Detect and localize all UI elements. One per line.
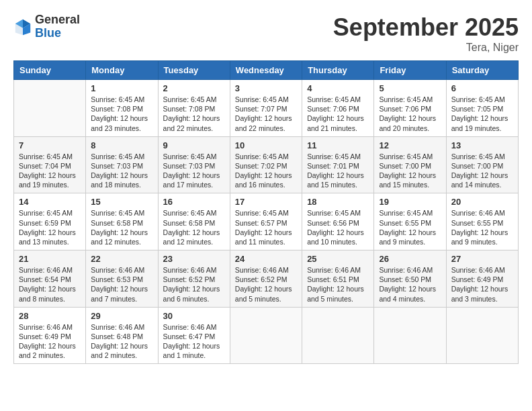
day-info: Sunrise: 6:45 AM Sunset: 7:00 PM Dayligh… [451,152,513,190]
day-info: Sunrise: 6:46 AM Sunset: 6:52 PM Dayligh… [163,265,225,304]
day-info: Sunrise: 6:46 AM Sunset: 6:49 PM Dayligh… [451,265,513,304]
calendar-week-row: 21Sunrise: 6:46 AM Sunset: 6:54 PM Dayli… [14,250,519,308]
day-info: Sunrise: 6:46 AM Sunset: 6:48 PM Dayligh… [91,322,152,361]
calendar-day-cell: 12Sunrise: 6:45 AM Sunset: 7:00 PM Dayli… [374,136,446,193]
day-info: Sunrise: 6:45 AM Sunset: 7:02 PM Dayligh… [235,152,297,190]
calendar-day-cell: 15Sunrise: 6:45 AM Sunset: 6:58 PM Dayli… [86,193,158,250]
day-of-week-header: Thursday [302,61,374,80]
day-info: Sunrise: 6:45 AM Sunset: 6:59 PM Dayligh… [19,208,81,246]
logo-general: General [35,13,80,27]
day-info: Sunrise: 6:45 AM Sunset: 7:05 PM Dayligh… [451,95,513,133]
calendar-week-row: 28Sunrise: 6:46 AM Sunset: 6:49 PM Dayli… [14,307,519,364]
calendar-day-cell: 22Sunrise: 6:46 AM Sunset: 6:53 PM Dayli… [86,250,158,308]
logo-icon [13,17,32,36]
location-title: Tera, Niger [333,42,519,54]
day-number: 17 [235,197,297,207]
day-number: 15 [91,197,152,207]
day-of-week-header: Tuesday [158,61,230,80]
calendar-day-cell: 28Sunrise: 6:46 AM Sunset: 6:49 PM Dayli… [14,307,86,364]
day-of-week-header: Friday [374,61,446,80]
day-number: 10 [235,140,297,150]
calendar-day-cell: 2Sunrise: 6:45 AM Sunset: 7:08 PM Daylig… [158,80,230,137]
calendar-day-cell: 4Sunrise: 6:45 AM Sunset: 7:06 PM Daylig… [302,80,374,137]
calendar-day-cell: 11Sunrise: 6:45 AM Sunset: 7:01 PM Dayli… [302,136,374,193]
day-info: Sunrise: 6:45 AM Sunset: 7:03 PM Dayligh… [91,152,152,190]
day-info: Sunrise: 6:45 AM Sunset: 7:03 PM Dayligh… [163,152,225,190]
day-info: Sunrise: 6:45 AM Sunset: 6:56 PM Dayligh… [307,208,369,246]
calendar-day-cell: 5Sunrise: 6:45 AM Sunset: 7:06 PM Daylig… [374,80,446,137]
calendar-day-cell: 17Sunrise: 6:45 AM Sunset: 6:57 PM Dayli… [230,193,302,250]
day-number: 6 [451,83,513,93]
page-header: General Blue September 2025 Tera, Niger [13,13,519,54]
day-number: 25 [307,254,369,264]
calendar-day-cell: 29Sunrise: 6:46 AM Sunset: 6:48 PM Dayli… [86,307,158,364]
day-number: 22 [91,254,152,264]
calendar-day-cell [14,80,86,137]
day-number: 3 [235,83,297,93]
calendar-day-cell [302,307,374,364]
day-number: 1 [91,83,152,93]
calendar-day-cell: 1Sunrise: 6:45 AM Sunset: 7:08 PM Daylig… [86,80,158,137]
calendar-day-cell: 21Sunrise: 6:46 AM Sunset: 6:54 PM Dayli… [14,250,86,308]
day-info: Sunrise: 6:45 AM Sunset: 7:00 PM Dayligh… [379,152,441,190]
calendar-day-cell: 18Sunrise: 6:45 AM Sunset: 6:56 PM Dayli… [302,193,374,250]
day-number: 4 [307,83,369,93]
logo-blue: Blue [35,27,80,40]
calendar-day-cell: 3Sunrise: 6:45 AM Sunset: 7:07 PM Daylig… [230,80,302,137]
day-number: 26 [379,254,441,264]
day-of-week-header: Monday [86,61,158,80]
day-number: 28 [19,311,81,321]
calendar-day-cell [230,307,302,364]
calendar-day-cell: 26Sunrise: 6:46 AM Sunset: 6:50 PM Dayli… [374,250,446,308]
day-number: 11 [307,140,369,150]
calendar-week-row: 14Sunrise: 6:45 AM Sunset: 6:59 PM Dayli… [14,193,519,250]
day-info: Sunrise: 6:45 AM Sunset: 6:58 PM Dayligh… [91,208,152,246]
day-info: Sunrise: 6:45 AM Sunset: 6:58 PM Dayligh… [163,208,225,246]
day-info: Sunrise: 6:45 AM Sunset: 7:04 PM Dayligh… [19,152,81,190]
day-info: Sunrise: 6:46 AM Sunset: 6:50 PM Dayligh… [379,265,441,304]
calendar-header-row: SundayMondayTuesdayWednesdayThursdayFrid… [14,61,519,80]
day-number: 19 [379,197,441,207]
calendar-day-cell: 8Sunrise: 6:45 AM Sunset: 7:03 PM Daylig… [86,136,158,193]
day-of-week-header: Sunday [14,61,86,80]
day-number: 12 [379,140,441,150]
day-number: 21 [19,254,81,264]
day-info: Sunrise: 6:45 AM Sunset: 7:01 PM Dayligh… [307,152,369,190]
calendar-day-cell: 27Sunrise: 6:46 AM Sunset: 6:49 PM Dayli… [446,250,518,308]
calendar-day-cell: 20Sunrise: 6:46 AM Sunset: 6:55 PM Dayli… [446,193,518,250]
calendar-day-cell: 10Sunrise: 6:45 AM Sunset: 7:02 PM Dayli… [230,136,302,193]
calendar-day-cell: 23Sunrise: 6:46 AM Sunset: 6:52 PM Dayli… [158,250,230,308]
logo-text: General Blue [35,13,80,40]
day-number: 20 [451,197,513,207]
calendar-day-cell: 14Sunrise: 6:45 AM Sunset: 6:59 PM Dayli… [14,193,86,250]
day-info: Sunrise: 6:45 AM Sunset: 7:06 PM Dayligh… [307,95,369,133]
day-number: 27 [451,254,513,264]
month-title: September 2025 [333,13,519,42]
day-info: Sunrise: 6:45 AM Sunset: 7:07 PM Dayligh… [235,95,297,133]
calendar-day-cell: 6Sunrise: 6:45 AM Sunset: 7:05 PM Daylig… [446,80,518,137]
day-number: 24 [235,254,297,264]
day-info: Sunrise: 6:46 AM Sunset: 6:54 PM Dayligh… [19,265,81,304]
title-area: September 2025 Tera, Niger [333,13,519,54]
day-number: 30 [163,311,225,321]
day-number: 5 [379,83,441,93]
day-info: Sunrise: 6:45 AM Sunset: 7:06 PM Dayligh… [379,95,441,133]
day-info: Sunrise: 6:45 AM Sunset: 6:55 PM Dayligh… [379,208,441,246]
calendar-day-cell: 13Sunrise: 6:45 AM Sunset: 7:00 PM Dayli… [446,136,518,193]
day-info: Sunrise: 6:46 AM Sunset: 6:53 PM Dayligh… [91,265,152,304]
day-number: 8 [91,140,152,150]
day-number: 7 [19,140,81,150]
day-number: 29 [91,311,152,321]
day-info: Sunrise: 6:46 AM Sunset: 6:47 PM Dayligh… [163,322,225,361]
day-number: 9 [163,140,225,150]
calendar-day-cell: 24Sunrise: 6:46 AM Sunset: 6:52 PM Dayli… [230,250,302,308]
calendar-day-cell: 7Sunrise: 6:45 AM Sunset: 7:04 PM Daylig… [14,136,86,193]
logo: General Blue [13,13,80,40]
calendar-day-cell: 30Sunrise: 6:46 AM Sunset: 6:47 PM Dayli… [158,307,230,364]
day-info: Sunrise: 6:46 AM Sunset: 6:55 PM Dayligh… [451,208,513,246]
day-info: Sunrise: 6:46 AM Sunset: 6:49 PM Dayligh… [19,322,81,361]
day-info: Sunrise: 6:45 AM Sunset: 6:57 PM Dayligh… [235,208,297,246]
day-info: Sunrise: 6:46 AM Sunset: 6:51 PM Dayligh… [307,265,369,304]
calendar-day-cell: 16Sunrise: 6:45 AM Sunset: 6:58 PM Dayli… [158,193,230,250]
day-number: 16 [163,197,225,207]
